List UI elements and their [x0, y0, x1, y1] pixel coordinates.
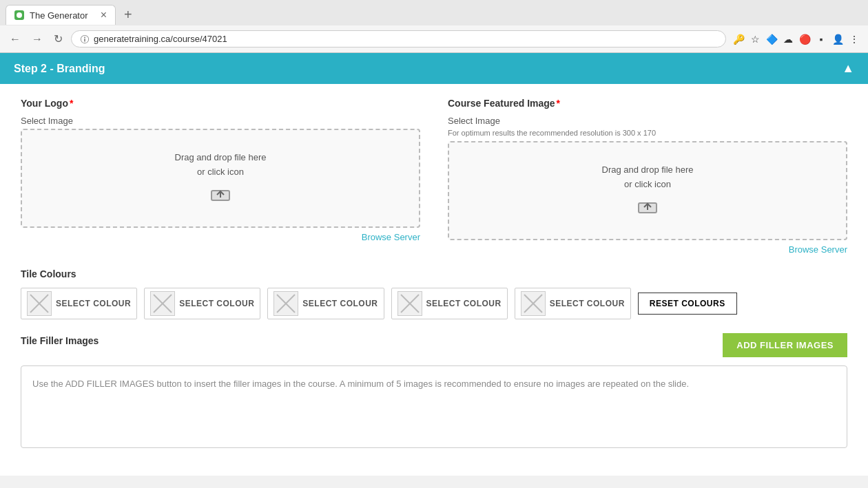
- section-content: Your Logo* Select Image Drag and drop fi…: [0, 84, 868, 476]
- tab-title: The Generator: [30, 10, 88, 21]
- profile-icon[interactable]: 👤: [831, 32, 845, 46]
- star-icon[interactable]: ☆: [748, 32, 762, 46]
- colour-item-3[interactable]: SELECT COLOUR: [267, 288, 384, 319]
- resolution-hint: For optimum results the recommended reso…: [448, 129, 847, 137]
- step-collapse-button[interactable]: ▲: [842, 61, 854, 76]
- menu-icon[interactable]: ⋮: [847, 32, 861, 46]
- colour-label-3: SELECT COLOUR: [302, 299, 378, 308]
- featured-dropzone[interactable]: Drag and drop file here or click icon: [448, 141, 847, 240]
- colour-label-1: SELECT COLOUR: [56, 299, 131, 308]
- logo-column: Your Logo* Select Image Drag and drop fi…: [21, 98, 420, 255]
- colour-box-2: [150, 291, 175, 316]
- forward-button[interactable]: →: [29, 30, 45, 48]
- refresh-button[interactable]: ↻: [51, 30, 65, 48]
- filler-images-section: Tile Filler Images ADD FILLER IMAGES Use…: [21, 333, 847, 448]
- featured-select-label: Select Image: [448, 116, 847, 126]
- step-header-title: Step 2 - Branding: [14, 63, 105, 75]
- ext1-icon[interactable]: 🔷: [765, 32, 778, 46]
- logo-dropzone[interactable]: Drag and drop file here or click icon: [21, 129, 420, 228]
- reset-colours-button[interactable]: RESET COLOURS: [638, 293, 737, 315]
- ext2-icon[interactable]: ☁: [781, 32, 795, 46]
- tab-favicon: [14, 10, 24, 20]
- new-tab-button[interactable]: +: [118, 4, 138, 25]
- tab-bar: The Generator × +: [0, 0, 868, 25]
- browser-actions: 🔑 ☆ 🔷 ☁ 🔴 ▪ 👤 ⋮: [732, 32, 861, 46]
- tab-close-button[interactable]: ×: [101, 10, 107, 21]
- featured-column: Course Featured Image* Select Image For …: [448, 98, 847, 255]
- url-text: generatetraining.ca/course/47021: [94, 34, 717, 44]
- featured-browse-link[interactable]: Browse Server: [448, 244, 847, 255]
- featured-label: Course Featured Image*: [448, 98, 847, 109]
- key-icon[interactable]: 🔑: [732, 32, 745, 46]
- logo-browse-link[interactable]: Browse Server: [21, 232, 420, 242]
- colour-item-4[interactable]: SELECT COLOUR: [391, 288, 508, 319]
- colour-label-2: SELECT COLOUR: [179, 299, 254, 308]
- browser-chrome: The Generator × + ← → ↻ generatetraining…: [0, 0, 868, 53]
- filler-info-text: Use the ADD FILLER IMAGES button to inse…: [32, 377, 836, 392]
- colour-item-1[interactable]: SELECT COLOUR: [21, 288, 137, 319]
- active-tab[interactable]: The Generator ×: [6, 5, 116, 25]
- ext4-icon[interactable]: ▪: [814, 32, 828, 46]
- colour-box-5: [521, 291, 546, 316]
- featured-upload-icon: [637, 198, 658, 218]
- filler-images-label: Tile Filler Images: [21, 335, 99, 346]
- logo-upload-icon: [210, 185, 231, 206]
- colour-label-4: SELECT COLOUR: [426, 299, 502, 308]
- logo-drop-text: Drag and drop file here or click icon: [175, 151, 267, 180]
- logo-select-label: Select Image: [21, 116, 420, 126]
- address-bar: ← → ↻ generatetraining.ca/course/47021 🔑…: [0, 25, 868, 52]
- step-header: Step 2 - Branding ▲: [0, 53, 868, 84]
- back-button[interactable]: ←: [7, 30, 23, 48]
- logo-required: *: [70, 98, 73, 109]
- url-bar[interactable]: generatetraining.ca/course/47021: [71, 30, 726, 47]
- featured-drop-text: Drag and drop file here or click icon: [602, 163, 694, 192]
- colour-item-2[interactable]: SELECT COLOUR: [144, 288, 260, 319]
- colour-label-5: SELECT COLOUR: [550, 299, 625, 308]
- add-filler-images-button[interactable]: ADD FILLER IMAGES: [723, 333, 847, 357]
- colour-box-3: [273, 291, 298, 316]
- colour-row: SELECT COLOUR SELECT COLOUR SELECT COLOU…: [21, 288, 847, 319]
- page-content: Step 2 - Branding ▲ Your Logo* Select Im…: [0, 53, 868, 476]
- filler-header: Tile Filler Images ADD FILLER IMAGES: [21, 333, 847, 357]
- featured-required: *: [557, 98, 560, 109]
- image-row: Your Logo* Select Image Drag and drop fi…: [21, 98, 847, 255]
- logo-label: Your Logo*: [21, 98, 420, 109]
- ext3-icon[interactable]: 🔴: [798, 32, 812, 46]
- tile-colours-section: Tile Colours SELECT COLOUR SELECT COLOUR: [21, 268, 847, 319]
- colour-box-1: [27, 291, 52, 316]
- colour-box-4: [397, 291, 422, 316]
- tile-colours-label: Tile Colours: [21, 268, 847, 279]
- svg-point-0: [17, 12, 22, 18]
- colour-item-5[interactable]: SELECT COLOUR: [515, 288, 631, 319]
- filler-info-box: Use the ADD FILLER IMAGES button to inse…: [21, 365, 847, 448]
